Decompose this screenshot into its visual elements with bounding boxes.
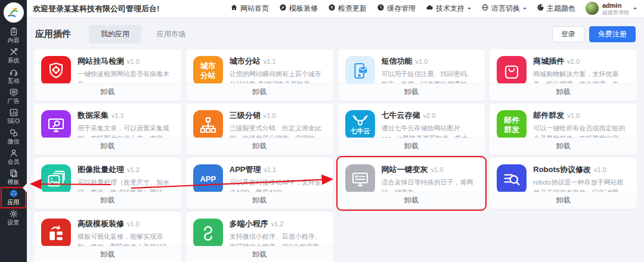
layout-decor-icon bbox=[41, 219, 71, 248]
uninstall-button[interactable]: 卸载 bbox=[338, 192, 485, 209]
sidebar-item-system[interactable]: 系统 bbox=[1, 46, 26, 66]
text-badge-icon: 城市 分站 bbox=[193, 56, 223, 86]
register-button[interactable]: 免费注册 bbox=[589, 26, 636, 42]
plugin-title: 商城插件v2.0 bbox=[533, 56, 630, 67]
uninstall-button[interactable]: 卸载 bbox=[34, 138, 181, 155]
tab-inactive[interactable]: 应用市场 bbox=[145, 25, 197, 43]
plugin-title: Robots协议修改v1.0 bbox=[533, 164, 630, 175]
plugin-title: 多端小程序v1.2 bbox=[230, 219, 326, 229]
sidebar-item-label: 微信 bbox=[8, 138, 20, 145]
plugin-title: 高级模板装修v1.0 bbox=[78, 219, 174, 229]
uninstall-button[interactable]: 卸载 bbox=[490, 83, 637, 101]
sidebar-menu: 内容 系统 互动AD 广告 SEO 微信 会员 模板 应用 设置 bbox=[1, 26, 26, 228]
plugin-card: 三级分销v1.0 三级裂变式分销、自定义佣金比例、快速发展分销商，实现快速推广与… bbox=[186, 104, 333, 155]
logo-waves-icon bbox=[6, 5, 21, 20]
uninstall-button[interactable]: 卸载 bbox=[34, 83, 181, 101]
sidebar-item-label: 广告 bbox=[8, 98, 20, 105]
sidebar-item-label: 内容 bbox=[8, 37, 20, 44]
plugin-version: v1.0 bbox=[416, 58, 428, 65]
system-icon bbox=[9, 47, 18, 57]
plugin-icon-text: 邮件 群发 bbox=[504, 116, 519, 135]
plugin-version: v1.0 bbox=[127, 220, 140, 227]
plugin-card: 高级模板装修v1.0 模板可视化装修，能够实现添加、移动、删除组件！有超过200… bbox=[34, 212, 181, 262]
monitor-search-icon bbox=[41, 110, 71, 140]
plugin-title: 邮件群发v1.0 bbox=[533, 110, 630, 121]
content-icon bbox=[9, 27, 18, 36]
tab-active[interactable]: 我的应用 bbox=[89, 25, 141, 43]
nav-item-label: 主题颜色 bbox=[547, 4, 575, 14]
plugin-card: 图像批量处理v1.2 可以批量处理（改变尺寸、加水印、瘦身、格式转换等）网站图片… bbox=[34, 158, 181, 209]
uninstall-button[interactable]: 卸载 bbox=[34, 192, 181, 209]
site-logo[interactable] bbox=[4, 2, 24, 23]
main-area: 欢迎登录某某科技有限公司管理后台! 网站首页 模板装修 检查更新 缓存管理 技术… bbox=[27, 0, 644, 262]
login-button[interactable]: 登录 bbox=[552, 26, 584, 42]
plugin-title: 网站挂马检测v1.0 bbox=[78, 56, 174, 67]
uninstall-button[interactable]: 卸载 bbox=[186, 83, 333, 101]
topnav: 网站首页 模板装修 检查更新 缓存管理 技术支持 语言切换 主题颜色 admin… bbox=[230, 2, 637, 15]
nav-item[interactable]: 模板装修 bbox=[279, 4, 318, 14]
nav-item-label: 检查更新 bbox=[338, 4, 367, 14]
plugin-title: 短信功能v1.0 bbox=[382, 56, 478, 67]
ad-icon: AD bbox=[9, 88, 18, 97]
plugin-card: 短信功能v1.0 可以用于短信注册、找回密码、留言、反馈、订单等短信通知 卸载 bbox=[338, 49, 485, 101]
sidebar-item-label: 设置 bbox=[8, 219, 20, 226]
text-badge-icon: 邮件 群发 bbox=[497, 110, 527, 140]
uninstall-button[interactable]: 卸载 bbox=[338, 83, 485, 101]
sidebar-item-template[interactable]: 模板 bbox=[1, 167, 26, 188]
wechat-icon bbox=[9, 128, 18, 138]
sidebar-item-content[interactable]: 内容 bbox=[1, 26, 26, 46]
nav-item[interactable]: 检查更新 bbox=[328, 4, 367, 14]
sidebar-item-label: SEO bbox=[7, 118, 20, 125]
nav-item[interactable]: 语言切换 bbox=[481, 4, 527, 14]
sidebar-item-ad[interactable]: AD 广告 bbox=[1, 86, 26, 107]
sidebar-item-seo[interactable]: SEO bbox=[1, 107, 26, 127]
plugin-version: v1.1 bbox=[112, 112, 124, 119]
nav-item[interactable]: 缓存管理 bbox=[377, 4, 416, 14]
plugin-version: v1.1 bbox=[264, 58, 276, 65]
plugin-card: 数据采集v1.1 用于采集文章，可以设置采集规则，支持图片自动上传、内容分页采集… bbox=[34, 104, 181, 155]
sidebar-item-label: 会员 bbox=[8, 158, 20, 166]
sidebar-item-wechat[interactable]: 微信 bbox=[1, 127, 26, 147]
shopping-bag-icon bbox=[497, 56, 527, 86]
nav-item-label: 网站首页 bbox=[240, 4, 269, 14]
plugin-card: 商城插件v2.0 商城购物解决方案，支持优惠券、积分管理、资金管理、支付方式、配… bbox=[490, 49, 637, 101]
plugin-title: 图像批量处理v1.2 bbox=[78, 164, 174, 175]
svg-text:七牛云: 七牛云 bbox=[349, 127, 370, 135]
user-menu[interactable]: admin 超级管理组 bbox=[586, 2, 637, 15]
plugin-title: 数据采集v1.1 bbox=[78, 110, 174, 121]
sidebar-item-member[interactable]: 会员 bbox=[1, 147, 26, 167]
miniprogram-icon bbox=[193, 219, 223, 248]
plugin-title: 网站一键变灰v1.0 bbox=[382, 164, 478, 175]
sidebar: 内容 系统 互动AD 广告 SEO 微信 会员 模板 应用 设置 bbox=[0, 0, 27, 262]
uninstall-button[interactable]: 卸载 bbox=[338, 138, 485, 155]
uninstall-button[interactable]: 卸载 bbox=[490, 138, 637, 155]
uninstall-button[interactable]: 卸载 bbox=[186, 192, 333, 209]
sidebar-item-label: 模板 bbox=[8, 179, 20, 186]
sidebar-item-apps[interactable]: 应用 bbox=[1, 188, 26, 208]
uninstall-button[interactable]: 卸载 bbox=[186, 138, 333, 155]
nav-item[interactable]: 网站首页 bbox=[230, 4, 269, 14]
user-role: 超级管理组 bbox=[602, 10, 629, 15]
tabs: 我的应用应用市场 bbox=[89, 25, 197, 43]
sidebar-item-label: 应用 bbox=[8, 199, 20, 206]
plugin-icon-text: 城市 分站 bbox=[200, 61, 216, 81]
nav-item[interactable]: 技术支持 bbox=[426, 4, 471, 14]
avatar bbox=[586, 2, 599, 15]
robots-search-icon bbox=[497, 164, 527, 194]
sidebar-item-interact[interactable]: 互动 bbox=[1, 66, 26, 86]
shield-icon bbox=[41, 56, 71, 86]
uninstall-button[interactable]: 卸载 bbox=[34, 246, 181, 262]
template-icon bbox=[9, 169, 18, 178]
header-actions: 登录 免费注册 bbox=[552, 26, 636, 42]
sidebar-item-label: 互动 bbox=[8, 77, 20, 85]
support-icon bbox=[426, 4, 434, 13]
uninstall-button[interactable]: 卸载 bbox=[490, 192, 637, 209]
plugin-card: 城市 分站 城市分站v1.1 让您的网站瞬间拥有上百个城市分站站群,关键词收录更… bbox=[186, 49, 333, 101]
monitor-gray-icon bbox=[345, 164, 375, 194]
content: 应用插件 我的应用应用市场 登录 免费注册 网站挂马检测v1.0 一键快速检测网… bbox=[27, 18, 644, 262]
sidebar-item-settings[interactable]: 设置 bbox=[1, 208, 26, 228]
settings-icon bbox=[9, 209, 18, 219]
nav-item[interactable]: 主题颜色 bbox=[537, 4, 575, 14]
uninstall-button[interactable]: 卸载 bbox=[186, 246, 333, 262]
app-cube-icon bbox=[9, 189, 18, 198]
